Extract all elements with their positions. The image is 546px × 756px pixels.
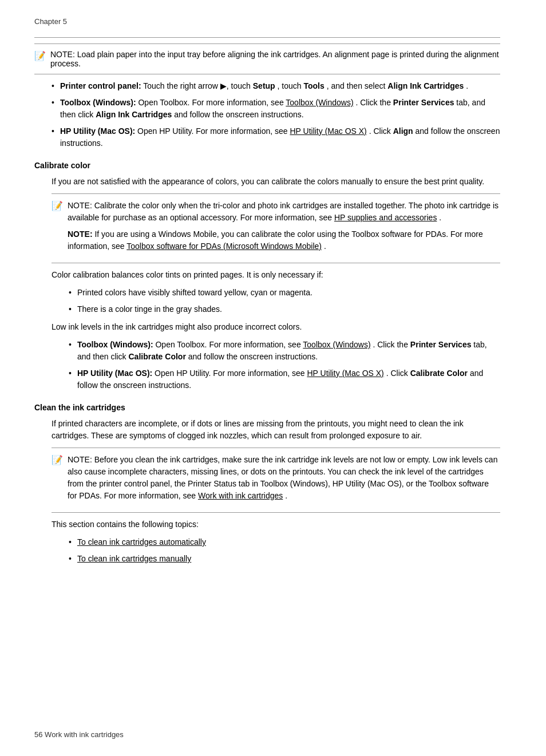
color-cal-intro: Color calibration balances color tints o…	[52, 269, 500, 281]
cal-toolbox-text4: and follow the onscreen instructions.	[188, 352, 318, 361]
hp-utility-mac-text2: . Click	[369, 126, 393, 136]
setup-bold: Setup	[253, 81, 275, 90]
list-item: HP Utility (Mac OS): Open HP Utility. Fo…	[52, 125, 500, 149]
printer-services-bold: Printer Services	[393, 98, 454, 107]
toolbox-pda-link[interactable]: Toolbox software for PDAs (Microsoft Win…	[126, 242, 322, 251]
list-item: Printed colors have visibly shifted towa…	[69, 287, 500, 299]
cal-toolbox-text2: . Click the	[373, 340, 410, 349]
low-ink-text: Low ink levels in the ink cartridges mig…	[52, 321, 500, 333]
top-divider	[34, 37, 500, 38]
list-item: HP Utility (Mac OS): Open HP Utility. Fo…	[69, 367, 500, 391]
page-footer: 56 Work with ink cartridges	[34, 730, 124, 739]
calibrate-color-bold2: Calibrate Color	[410, 369, 468, 378]
toolbox-win-text4: and follow the onscreen instructions.	[174, 110, 303, 119]
clean-note-icon: 📝	[52, 454, 63, 465]
calibrate-bullets-list: Toolbox (Windows): Open Toolbox. For mor…	[69, 339, 500, 391]
clean-note-content: NOTE: Before you clean the ink cartridge…	[68, 454, 500, 506]
cal-toolbox-label: Toolbox (Windows):	[77, 340, 153, 349]
period1: .	[466, 81, 468, 90]
clean-note-para: NOTE: Before you clean the ink cartridge…	[68, 454, 500, 502]
note-icon: 📝	[34, 50, 46, 61]
align-ink-cartridges-bold: Align Ink Cartridges	[96, 110, 172, 119]
cal-toolbox-text1: Open Toolbox. For more information, see	[155, 340, 303, 349]
cal-toolbox-link[interactable]: Toolbox (Windows)	[303, 340, 370, 349]
page-number: 56	[34, 730, 42, 739]
printer-control-text: Touch the right arrow ▶, touch	[143, 81, 253, 90]
clean-auto-link[interactable]: To clean ink cartridges automatically	[77, 537, 206, 547]
list-item: To clean ink cartridges automatically	[69, 536, 500, 548]
clean-intro: If printed characters are incomplete, or…	[52, 418, 500, 442]
clean-section-content: If printed characters are incomplete, or…	[52, 418, 500, 565]
calibrate-note1-box: 📝 NOTE: Calibrate the color only when th…	[52, 193, 500, 263]
cal-hp-utility-link[interactable]: HP Utility (Mac OS X)	[307, 369, 383, 378]
calibrate-intro-text: If you are not satisfied with the appear…	[52, 177, 484, 186]
printer-control-label: Printer control panel:	[60, 81, 141, 90]
chapter-label: Chapter 5	[34, 17, 67, 26]
then-select-text: , and then select	[327, 81, 388, 90]
hp-utility-mac-text1: Open HP Utility. For more information, s…	[137, 126, 290, 136]
clean-ink-heading: Clean the ink cartridges	[34, 403, 500, 412]
cal-hp-utility-text1: Open HP Utility. For more information, s…	[155, 369, 307, 378]
color-bullet-2: There is a color tinge in the gray shade…	[77, 304, 222, 314]
calibrate-note1-text2: .	[439, 213, 441, 222]
color-cal-bullets-list: Printed colors have visibly shifted towa…	[69, 287, 500, 315]
list-item: Toolbox (Windows): Open Toolbox. For mor…	[69, 339, 500, 363]
top-note-box: 📝 NOTE: Load plain paper into the input …	[34, 43, 500, 74]
list-item: To clean ink cartridges manually	[69, 553, 500, 565]
topics-intro: This section contains the following topi…	[52, 518, 500, 531]
toolbox-win-label: Toolbox (Windows):	[60, 98, 136, 107]
calibrate-color-bold: Calibrate Color	[129, 352, 186, 361]
align-ink-bold: Align Ink Cartridges	[387, 81, 464, 90]
calibrate-note1-content: NOTE: Calibrate the color only when the …	[68, 200, 500, 257]
list-item: There is a color tinge in the gray shade…	[69, 303, 500, 315]
calibrate-section-content: If you are not satisfied with the appear…	[52, 176, 500, 391]
footer-text: Work with ink cartridges	[45, 730, 124, 739]
top-note-text: NOTE: Load plain paper into the input tr…	[50, 50, 499, 68]
touch-tools-text: , touch	[278, 81, 304, 90]
list-item: Printer control panel: Touch the right a…	[52, 80, 500, 92]
cal-hp-utility-text2: . Click	[386, 369, 410, 378]
toolbox-win-text1: Open Toolbox. For more information, see	[138, 98, 286, 107]
clean-heading-text: Clean the ink cartridges	[34, 403, 125, 412]
clean-note-box: 📝 NOTE: Before you clean the ink cartrid…	[52, 448, 500, 513]
cal-printer-services-bold: Printer Services	[410, 340, 472, 349]
calibrate-note1-para: NOTE: Calibrate the color only when the …	[68, 200, 500, 224]
color-cal-intro-text: Color calibration balances color tints o…	[52, 270, 323, 279]
color-bullet-1: Printed colors have visibly shifted towa…	[77, 288, 312, 297]
topics-intro-text: This section contains the following topi…	[52, 520, 199, 529]
hp-utility-mac-label: HP Utility (Mac OS):	[60, 126, 135, 136]
calibrate-note2-para: NOTE: If you are using a Windows Mobile,…	[68, 228, 500, 252]
tools-bold: Tools	[303, 81, 324, 90]
calibrate-heading-text: Calibrate color	[34, 161, 90, 170]
align-bold: Align	[393, 126, 413, 136]
clean-note-text1: NOTE: Before you clean the ink cartridge…	[68, 455, 497, 500]
hp-supplies-link[interactable]: HP supplies and accessories	[334, 213, 437, 222]
hp-utility-mac-link[interactable]: HP Utility (Mac OS X)	[290, 126, 366, 136]
toolbox-win-link[interactable]: Toolbox (Windows)	[286, 98, 353, 107]
clean-note-text2: .	[285, 491, 287, 500]
align-bullets-list: Printer control panel: Touch the right a…	[52, 80, 500, 149]
calibrate-note1-icon: 📝	[52, 200, 63, 211]
cal-hp-utility-label: HP Utility (Mac OS):	[77, 369, 152, 378]
topics-list: To clean ink cartridges automatically To…	[69, 536, 500, 565]
calibrate-color-heading: Calibrate color	[34, 161, 500, 170]
calibrate-note2-text2: .	[324, 242, 326, 251]
page: Chapter 5 📝 NOTE: Load plain paper into …	[0, 0, 546, 756]
work-with-ink-link[interactable]: Work with ink cartridges	[198, 491, 283, 500]
list-item: Toolbox (Windows): Open Toolbox. For mor…	[52, 97, 500, 121]
note2-label: NOTE:	[68, 229, 93, 239]
chapter-header: Chapter 5	[34, 17, 500, 26]
clean-intro-text: If printed characters are incomplete, or…	[52, 419, 464, 440]
low-ink-content: Low ink levels in the ink cartridges mig…	[52, 322, 302, 331]
toolbox-win-text2: . Click the	[355, 98, 393, 107]
clean-manual-link[interactable]: To clean ink cartridges manually	[77, 554, 191, 563]
calibrate-intro: If you are not satisfied with the appear…	[52, 176, 500, 188]
top-note-content: NOTE: Load plain paper into the input tr…	[50, 50, 500, 68]
